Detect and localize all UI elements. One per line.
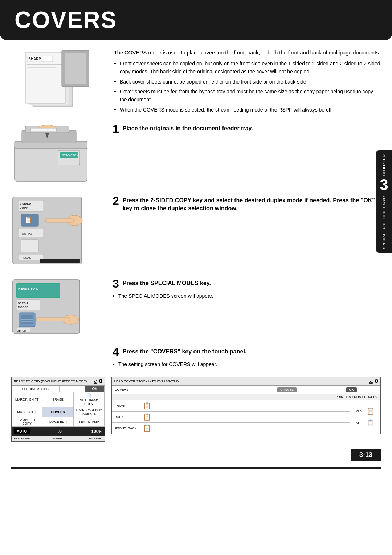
chapter-number: 3	[380, 177, 388, 193]
svg-rect-5	[27, 64, 62, 65]
panel-row-multi[interactable]: MULTI SHOT COVERS TRANSPARENCY INSERTS	[12, 407, 105, 417]
step-2: 2-SIDED COPY 📋 OUTPUT SCAN	[11, 195, 381, 269]
dual-page-icon: 📄	[86, 393, 91, 398]
front-back-label: FRONT+BACK	[115, 426, 140, 430]
exposure-label: EXPOSURE	[14, 437, 30, 440]
front-back-icon: 📋	[143, 424, 151, 432]
svg-text:READY TO C: READY TO C	[62, 154, 79, 157]
yes-icon[interactable]: 📋	[367, 407, 375, 415]
page-number: 3-13	[351, 449, 381, 461]
intro-bullets: Front cover sheets can be copied on, but…	[114, 60, 381, 114]
step-1-number: 1	[113, 123, 119, 135]
svg-rect-6	[27, 67, 56, 68]
step-4-content: 4 Press the "COVERS" key on the touch pa…	[113, 346, 381, 370]
svg-text:MODES: MODES	[18, 305, 29, 309]
pamphlet-cell[interactable]: PAMPHLET COPY	[12, 417, 42, 426]
special-modes-cell[interactable]: SPECIAL MODES	[12, 386, 60, 392]
covers-top-bar: LOAD COVER STOCK INTO BYPASS-TRAY. 🖨 0	[112, 377, 380, 386]
step-2-content: 2 Press the 2-SIDED COPY key and select …	[113, 195, 381, 215]
ok-btn-cell[interactable]: OK	[323, 386, 380, 394]
paper-label: PAPER	[53, 437, 62, 440]
text-stamp-cell[interactable]: TEXT STAMP	[74, 417, 105, 426]
document-stack-svg: SHARP	[11, 49, 94, 110]
back-row[interactable]: BACK 📋	[112, 412, 350, 423]
front-icon: 📋	[143, 402, 151, 410]
multi-shot-cell[interactable]: MULTI SHOT	[12, 407, 42, 417]
covers-panel: LOAD COVER STOCK INTO BYPASS-TRAY. 🖨 0 C…	[111, 377, 381, 434]
covers-top-icons: 🖨 0	[368, 378, 378, 385]
panel-top-icons: 🖨 0	[93, 378, 102, 385]
step-3-image: READY TO C SPECIAL MODES 2 ▶ ED	[11, 278, 105, 337]
image-edit-cell[interactable]: IMAGE EDIT	[42, 417, 73, 426]
intro-text: The COVERS mode is used to place covers …	[114, 49, 381, 116]
back-label: BACK	[115, 415, 140, 419]
svg-text:SPECIAL: SPECIAL	[18, 301, 30, 305]
no-icon[interactable]: 📋	[367, 419, 375, 427]
panel-top-bar: READY TO COPY.(DOCUMENT FEEDER MODE) 🖨 0	[12, 377, 105, 386]
cancel-btn[interactable]: CANCEL	[277, 387, 297, 392]
no-row[interactable]: NO 📋	[356, 419, 375, 427]
panel-row-margin[interactable]: MARGIN SHIFT ERASE 📄 DUAL PAGE COPY	[12, 392, 105, 407]
step-4-body: The setting screen for COVERS will appea…	[113, 361, 381, 369]
bullet-3: Cover sheets must be fed from the bypass…	[114, 88, 381, 104]
ok-btn-right[interactable]: OK	[346, 387, 357, 392]
step-4: 4 Press the "COVERS" key on the touch pa…	[11, 346, 381, 370]
panel-labels-bar: EXPOSURE PAPER COPY RATIO	[12, 436, 105, 441]
svg-rect-30	[40, 259, 80, 263]
covers-label-cell: COVERS	[112, 386, 251, 394]
bottom-divider	[11, 467, 381, 469]
step-2-image: 2-SIDED COPY 📋 OUTPUT SCAN	[11, 195, 105, 269]
panel-row-pamphlet[interactable]: PAMPHLET COPY IMAGE EDIT TEXT STAMP	[12, 417, 105, 427]
svg-rect-8	[65, 53, 86, 84]
step-2-title: Press the 2-SIDED COPY key and select th…	[123, 195, 381, 212]
svg-rect-27	[21, 240, 38, 252]
step-1-title: Place the originals in the document feed…	[123, 123, 253, 133]
panel-top-text: READY TO COPY.(DOCUMENT FEEDER MODE)	[14, 380, 87, 383]
front-row[interactable]: FRONT 📋	[112, 400, 350, 412]
chapter-sidebar: CHAPTER 3 SPECIAL FUNCTIONS Covers	[376, 150, 392, 253]
dual-page-cell[interactable]: 📄 DUAL PAGE COPY	[74, 392, 105, 407]
step-1-image: READY TO C	[11, 123, 105, 186]
svg-text:OUTPUT: OUTPUT	[22, 232, 34, 235]
bottom-panels: READY TO COPY.(DOCUMENT FEEDER MODE) 🖨 0…	[11, 377, 381, 442]
front-back-row[interactable]: FRONT+BACK 📋	[112, 423, 350, 434]
step-4-number: 4	[113, 346, 119, 358]
empty-cell-1	[60, 386, 85, 392]
step-2-svg: 2-SIDED COPY 📋 OUTPUT SCAN	[11, 195, 94, 268]
cancel-btn-cell[interactable]: CANCEL	[251, 386, 322, 394]
bullet-2: Back cover sheets cannot be copied on, e…	[114, 78, 381, 86]
front-label: FRONT	[115, 404, 140, 408]
margin-shift-cell[interactable]: MARGIN SHIFT	[12, 392, 42, 407]
page-title: COVERS	[15, 7, 377, 33]
back-icon: 📋	[143, 413, 151, 421]
covers-action-row[interactable]: COVERS CANCEL OK	[112, 386, 380, 394]
transparency-cell[interactable]: TRANSPARENCY INSERTS	[74, 407, 105, 417]
svg-text:2 ▶ ED: 2 ▶ ED	[17, 329, 26, 332]
erase-cell[interactable]: ERASE	[42, 392, 73, 407]
intro-section: SHARP The COVERS mode is used to place c…	[11, 49, 381, 116]
step-3-content: 3 Press the SPECIAL MODES key. The SPECI…	[113, 278, 381, 302]
auto-mode[interactable]: AUTO	[14, 428, 30, 434]
step-3-number: 3	[113, 278, 119, 289]
page-header: COVERS	[0, 0, 392, 40]
yes-label: YES	[356, 409, 364, 413]
paper-size: A4	[58, 430, 62, 433]
chapter-subtitle: SPECIAL FUNCTIONS Covers	[382, 195, 386, 249]
step-3-body: The SPECIAL MODES screen will appear.	[113, 292, 381, 300]
step-4-bullet-1: The setting screen for COVERS will appea…	[113, 361, 381, 369]
panel-row-special-modes[interactable]: SPECIAL MODES OK	[12, 386, 105, 392]
svg-rect-32	[45, 219, 74, 222]
svg-rect-15	[31, 128, 56, 132]
step-4-title: Press the "COVERS" key on the touch pane…	[123, 346, 246, 356]
step-2-number: 2	[113, 195, 119, 207]
svg-rect-40	[21, 315, 33, 324]
step-3: READY TO C SPECIAL MODES 2 ▶ ED	[11, 278, 381, 337]
bullet-4: When the COVERS mode is selected, the st…	[114, 106, 381, 114]
no-label: NO	[356, 421, 364, 425]
print-label: PRINT ON FRONT COVER?	[112, 394, 380, 400]
svg-text:SHARP: SHARP	[28, 57, 41, 61]
covers-cell[interactable]: COVERS	[42, 407, 73, 417]
ok-cell[interactable]: OK	[85, 386, 105, 392]
copy-ratio: 100%	[91, 429, 102, 434]
yes-row[interactable]: YES 📋	[356, 407, 375, 415]
